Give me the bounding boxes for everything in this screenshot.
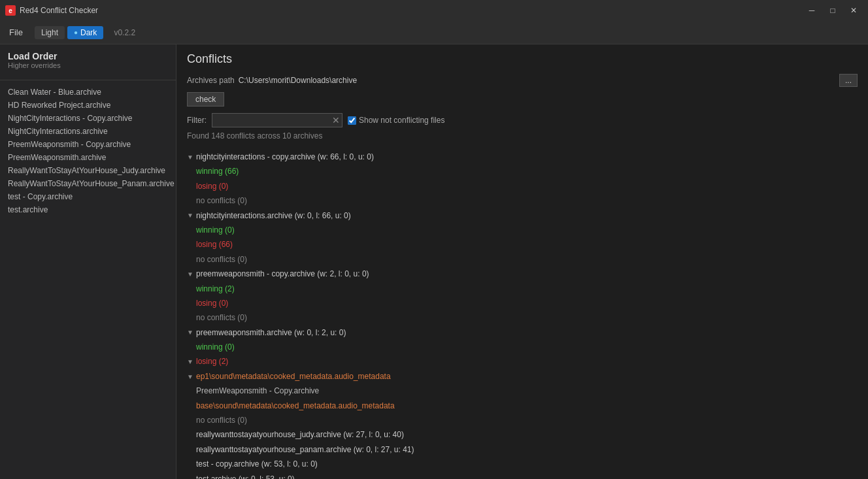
sidebar-archive-list: Clean Water - Blue.archiveHD Reworked Pr… [0,86,176,216]
tree-node-row[interactable]: test - copy.archive (w: 53, l: 0, u: 0) [187,457,858,471]
tree-node-row[interactable]: losing (66) [187,237,858,252]
minimize-button[interactable]: ─ [803,4,821,17]
filter-input[interactable] [212,113,342,127]
check-button[interactable]: check [187,92,224,107]
tree-arrow-icon [187,152,196,163]
sidebar-archive-item[interactable]: HD Reworked Project.archive [0,99,176,112]
tree-node-label: ep1\sound\metadata\cooked_metadata.audio… [196,370,391,383]
show-non-conflicting-checkbox[interactable] [348,116,356,125]
conflicts-tree: nightcityinteractions - copy.archive (w:… [176,150,868,479]
tree-node-label: reallywanttostayatyourhouse_judy.archive… [196,428,404,441]
tree-node-row[interactable]: base\sound\metadata\cooked_metadata.audi… [187,399,858,413]
tree-node: winning (0) [187,340,858,354]
sidebar-archive-item[interactable]: NightCityInteractions.archive [0,125,176,138]
tree-node-row[interactable]: ep1\sound\metadata\cooked_metadata.audio… [187,369,858,384]
tree-node-row[interactable]: reallywanttostayatyourhouse_panam.archiv… [187,442,858,457]
filter-clear-button[interactable]: ✕ [332,116,340,125]
tree-node: winning (2) [187,282,858,296]
tree-node-label: PreemWeaponsmith - Copy.archive [196,384,319,397]
tree-node-row[interactable]: winning (2) [187,282,858,296]
sidebar-archive-item[interactable]: test.archive [0,203,176,216]
app-icon: e [5,5,16,16]
tree-node: winning (66) [187,164,858,178]
show-non-conflicting-label[interactable]: Show not conflicting files [348,116,444,125]
tree-node: test.archive (w: 0, l: 53, u: 0) [187,472,858,479]
tree-node-row[interactable]: test.archive (w: 0, l: 53, u: 0) [187,472,858,479]
tree-node-label: test - copy.archive (w: 53, l: 0, u: 0) [196,457,318,471]
tree-node-row[interactable]: losing (0) [187,179,858,193]
tree-arrow-icon [187,371,196,382]
sidebar-archive-item[interactable]: NightCityInteractions - Copy.archive [0,112,176,125]
titlebar: e Red4 Conflict Checker ─ □ ✕ [0,0,868,21]
tree-node-row[interactable]: nightcityinteractions.archive (w: 0, l: … [187,208,858,223]
sidebar-archive-item[interactable]: test - Copy.archive [0,190,176,203]
window-controls: ─ □ ✕ [803,4,863,17]
version-label: v0.2.2 [114,28,135,37]
tree-node-label: reallywanttostayatyourhouse_panam.archiv… [196,443,414,456]
tree-node-row[interactable]: losing (2) [187,354,858,369]
tree-node-row[interactable]: no conflicts (0) [187,310,858,325]
sidebar-subtitle: Higher overrides [8,61,168,69]
content-area: Conflicts Archives path C:\Users\morit\D… [176,44,868,479]
sidebar-archive-item[interactable]: ReallyWantToStayAtYourHouse_Panam.archiv… [0,177,176,190]
tree-node-row[interactable]: reallywanttostayatyourhouse_judy.archive… [187,427,858,442]
tree-node-row[interactable]: PreemWeaponsmith - Copy.archive [187,384,858,398]
tree-node-row[interactable]: preemweaponsmith - copy.archive (w: 2, l… [187,267,858,281]
sidebar-archive-item[interactable]: ReallyWantToStayAtYourHouse_Judy.archive [0,164,176,177]
tree-node: nightcityinteractions - copy.archive (w:… [187,150,858,208]
maximize-button[interactable]: □ [824,4,842,17]
tree-node: winning (0) [187,223,858,237]
tree-node: losing (66) [187,237,858,252]
show-non-conflicting-text: Show not conflicting files [359,116,444,125]
tree-node-row[interactable]: winning (0) [187,223,858,237]
tree-node: losing (2)ep1\sound\metadata\cooked_meta… [187,354,858,413]
tree-node-label: test.archive (w: 0, l: 53, u: 0) [196,472,295,479]
tree-node-label: no conflicts (0) [196,311,247,324]
sidebar-archive-item[interactable]: Clean Water - Blue.archive [0,86,176,99]
file-menu[interactable]: File [5,25,27,40]
tree-node-label: no conflicts (0) [196,194,247,207]
tree-node-row[interactable]: no conflicts (0) [187,252,858,267]
conflicts-heading: Conflicts [187,52,858,66]
tree-node-row[interactable]: losing (0) [187,296,858,310]
archives-path-value: C:\Users\morit\Downloads\archive [239,76,835,85]
tree-node-label: preemweaponsmith - copy.archive (w: 2, l… [196,267,369,280]
archives-path-row: Archives path C:\Users\morit\Downloads\a… [187,74,858,87]
tree-node-label: winning (0) [196,223,235,237]
tree-node-label: no conflicts (0) [196,253,247,266]
close-button[interactable]: ✕ [844,4,863,17]
sidebar-archive-item[interactable]: PreemWeaponsmith - Copy.archive [0,138,176,151]
tree-arrow-icon [187,356,196,367]
browse-button[interactable]: ... [839,74,858,87]
tree-node: no conflicts (0) [187,193,858,208]
theme-dark-button[interactable]: Dark [67,26,103,39]
tree-children: winning (66)losing (0)no conflicts (0) [187,164,858,208]
tree-node-label: losing (0) [196,180,228,193]
archives-path-label: Archives path [187,76,235,85]
tree-node-row[interactable]: no conflicts (0) [187,413,858,427]
tree-node-label: losing (2) [196,355,228,368]
sidebar-divider [0,80,176,80]
theme-light-button[interactable]: Light [35,26,65,39]
tree-node-label: no conflicts (0) [196,414,247,427]
tree-node: no conflicts (0) [187,310,858,325]
theme-toggle: Light Dark [35,26,103,39]
tree-node-label: losing (66) [196,238,233,251]
tree-node-row[interactable]: preemweaponsmith.archive (w: 0, l: 2, u:… [187,325,858,340]
filter-label: Filter: [187,116,207,125]
tree-node-label: preemweaponsmith.archive (w: 0, l: 2, u:… [196,326,346,339]
tree-node-row[interactable]: winning (66) [187,164,858,178]
tree-node-row[interactable]: nightcityinteractions - copy.archive (w:… [187,150,858,164]
tree-node: reallywanttostayatyourhouse_panam.archiv… [187,442,858,457]
tree-children: winning (0)losing (66)no conflicts (0) [187,223,858,267]
tree-node: reallywanttostayatyourhouse_judy.archive… [187,427,858,442]
sidebar-title: Load Order [8,51,168,61]
tree-node-row[interactable]: winning (0) [187,340,858,354]
tree-node-row[interactable]: no conflicts (0) [187,193,858,208]
tree-node: test - copy.archive (w: 53, l: 0, u: 0) [187,457,858,471]
sidebar-archive-item[interactable]: PreemWeaponsmith.archive [0,151,176,164]
tree-children: PreemWeaponsmith - Copy.archive [187,384,858,398]
app-title: Red4 Conflict Checker [20,6,803,15]
tree-node-label: nightcityinteractions - copy.archive (w:… [196,150,374,163]
filter-input-wrap: ✕ [212,113,342,127]
